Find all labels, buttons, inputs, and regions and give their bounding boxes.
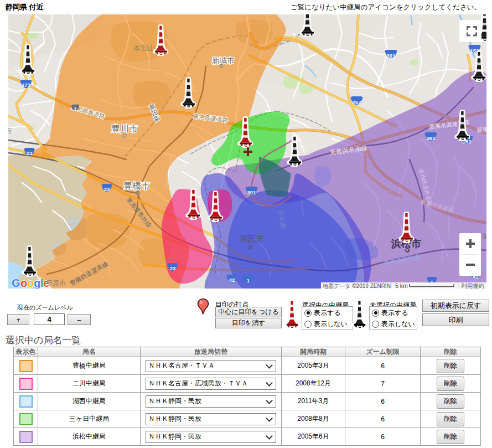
svg-text:豊橋市: 豊橋市 [123, 181, 150, 190]
svg-text:新城市: 新城市 [212, 56, 235, 65]
svg-text:23: 23 [27, 150, 33, 156]
svg-text:301: 301 [247, 189, 257, 195]
svg-text:新東: 新東 [477, 125, 486, 133]
svg-text:1: 1 [74, 106, 77, 112]
svg-text:473: 473 [22, 82, 30, 88]
svg-text:23: 23 [104, 186, 110, 192]
svg-text:1: 1 [247, 277, 250, 284]
svg-text:地図データ ©2019 ZENRIN: 地図データ ©2019 ZENRIN [322, 283, 391, 289]
svg-text:湖西市: 湖西市 [239, 234, 264, 244]
svg-text:23: 23 [170, 265, 176, 271]
svg-text:o: o [20, 277, 27, 289]
svg-text:362: 362 [427, 135, 436, 141]
svg-text:g: g [34, 277, 40, 289]
svg-text:301: 301 [387, 53, 396, 59]
svg-text:o: o [27, 277, 34, 289]
svg-text:G: G [12, 277, 20, 289]
svg-text:42: 42 [229, 277, 235, 283]
svg-text:利用規約: 利用規約 [461, 282, 484, 289]
svg-text:e: e [43, 277, 49, 289]
svg-text:市: 市 [8, 127, 12, 135]
svg-text:5 km: 5 km [395, 282, 408, 289]
svg-text:本宮山: 本宮山 [133, 44, 155, 52]
svg-text:豊川市: 豊川市 [111, 124, 138, 133]
svg-text:湖: 湖 [482, 233, 486, 239]
svg-text:257: 257 [353, 99, 361, 105]
